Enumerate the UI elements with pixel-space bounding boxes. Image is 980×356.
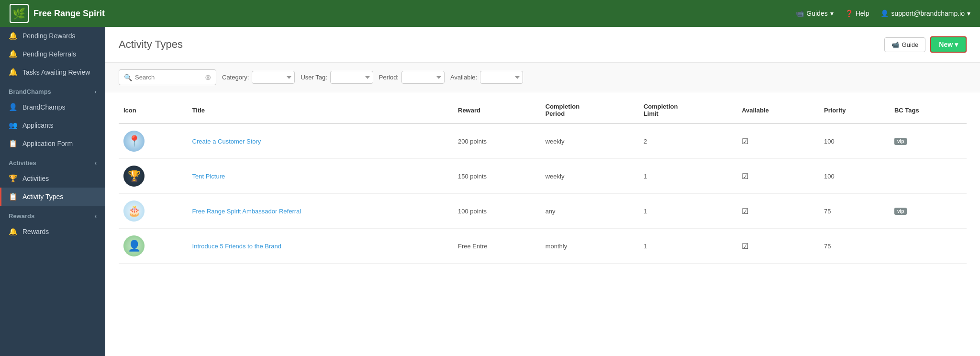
cell-completion-period: monthly [541, 229, 639, 264]
help-link[interactable]: ❓ Help [845, 10, 869, 17]
table-row: 👤 Introduce 5 Friends to the Brand Free … [119, 229, 967, 264]
cell-title: Introduce 5 Friends to the Brand [188, 229, 453, 264]
svg-text:🌿: 🌿 [12, 7, 26, 20]
available-label: Available: [450, 74, 477, 81]
col-reward: Reward [453, 97, 541, 123]
table-body: 📍 Create a Customer Story 200 points wee… [119, 123, 967, 264]
help-icon: ❓ [845, 10, 853, 17]
sidebar-section-activities: 🏆 Activities 📋 Activity Types [0, 169, 105, 206]
cell-title: Free Range Spirit Ambassador Referral [188, 194, 453, 229]
vip-badge: vip [894, 208, 907, 215]
camera-icon-guide: 📹 [891, 41, 899, 48]
sidebar-item-applicants[interactable]: 👥 Applicants [0, 116, 105, 134]
activity-icon-0: 📍 [123, 131, 145, 152]
trophy-icon: 🏆 [9, 174, 18, 183]
top-nav: 🌿 Free Range Spirit 📹 Guides ▾ ❓ Help 👤 … [0, 0, 980, 27]
table-row: 🏆 Tent Picture 150 points weekly 1 ☑ 100 [119, 159, 967, 194]
category-select[interactable] [252, 71, 295, 84]
check-icon: ☑ [742, 137, 748, 145]
cell-reward: 200 points [453, 123, 541, 159]
vip-badge: vip [894, 138, 907, 145]
check-icon: ☑ [742, 172, 748, 180]
period-label: Period: [379, 74, 399, 81]
activity-icon-1: 🏆 [123, 166, 145, 187]
cell-icon: 🏆 [119, 159, 188, 194]
table-header: Icon Title Reward CompletionPeriod Compl… [119, 97, 967, 123]
activity-icon-2: 🎂 [123, 200, 145, 222]
sidebar-section-brandchamps-label: BrandChamps ‹ [0, 81, 105, 98]
title-link-0[interactable]: Create a Customer Story [192, 138, 261, 145]
user-tag-select[interactable] [330, 71, 373, 84]
reward-icon: 🔔 [9, 227, 18, 236]
sidebar-item-application-form[interactable]: 📋 Application Form [0, 134, 105, 153]
title-link-2[interactable]: Free Range Spirit Ambassador Referral [192, 208, 301, 215]
cell-available: ☑ [737, 123, 819, 159]
sidebar-item-rewards[interactable]: 🔔 Rewards [0, 222, 105, 241]
cell-icon: 🎂 [119, 194, 188, 229]
app-logo[interactable]: 🌿 Free Range Spirit [10, 4, 105, 23]
chevron-icon-3: ‹ [95, 212, 97, 220]
page-title: Activity Types [119, 38, 183, 51]
sidebar-item-brandchamps[interactable]: 👤 BrandChamps [0, 98, 105, 116]
cell-available: ☑ [737, 159, 819, 194]
chevron-icon-2: ‹ [95, 159, 97, 167]
sidebar-item-tasks-awaiting-review[interactable]: 🔔 Tasks Awaiting Review [0, 63, 105, 81]
logo-box: 🌿 [10, 4, 29, 23]
user-link[interactable]: 👤 support@brandchamp.io ▾ [880, 10, 970, 17]
filter-category: Category: [222, 71, 295, 84]
bell-icon-2: 🔔 [9, 50, 18, 58]
clear-search-icon[interactable]: ⊗ [205, 73, 211, 82]
sidebar-section-activities-label: Activities ‹ [0, 153, 105, 169]
filter-bar: 🔍 ⊗ Category: User Tag: Period: [105, 63, 980, 92]
cell-bc-tags [890, 229, 967, 264]
available-select[interactable] [480, 71, 523, 84]
app-body: 🔔 Pending Rewards 🔔 Pending Referrals 🔔 … [0, 27, 980, 356]
sidebar-item-activity-types[interactable]: 📋 Activity Types [0, 188, 105, 206]
cell-available: ☑ [737, 229, 819, 264]
cell-icon: 👤 [119, 229, 188, 264]
app-name: Free Range Spirit [33, 9, 105, 19]
title-link-1[interactable]: Tent Picture [192, 173, 225, 180]
chevron-icon: ‹ [95, 88, 97, 95]
cell-priority: 100 [819, 123, 890, 159]
sidebar-section-notifications: 🔔 Pending Rewards 🔔 Pending Referrals 🔔 … [0, 27, 105, 81]
sidebar-item-pending-referrals[interactable]: 🔔 Pending Referrals [0, 45, 105, 63]
header-actions: 📹 Guide New ▾ [884, 36, 967, 53]
period-select[interactable] [401, 71, 445, 84]
category-label: Category: [222, 74, 249, 81]
cell-title: Tent Picture [188, 159, 453, 194]
sidebar-item-pending-rewards[interactable]: 🔔 Pending Rewards [0, 27, 105, 45]
search-icon: 🔍 [124, 74, 132, 81]
search-input[interactable] [135, 74, 202, 81]
new-button[interactable]: New ▾ [930, 36, 967, 53]
check-icon: ☑ [742, 207, 748, 215]
guide-button[interactable]: 📹 Guide [884, 37, 926, 52]
camera-icon: 📹 [796, 10, 804, 17]
chevron-down-icon: ▾ [830, 10, 834, 17]
table-row: 🎂 Free Range Spirit Ambassador Referral … [119, 194, 967, 229]
guides-link[interactable]: 📹 Guides ▾ [796, 10, 833, 17]
sidebar-item-activities[interactable]: 🏆 Activities [0, 169, 105, 188]
cell-bc-tags [890, 159, 967, 194]
filter-user-tag: User Tag: [301, 71, 373, 84]
search-wrapper: 🔍 ⊗ [119, 69, 216, 85]
activity-types-table: Icon Title Reward CompletionPeriod Compl… [119, 97, 967, 264]
sidebar-section-rewards: 🔔 Rewards [0, 222, 105, 241]
sidebar: 🔔 Pending Rewards 🔔 Pending Referrals 🔔 … [0, 27, 105, 356]
cell-bc-tags: vip [890, 123, 967, 159]
sidebar-section-brandchamps: 👤 BrandChamps 👥 Applicants 📋 Application… [0, 98, 105, 153]
title-link-3[interactable]: Introduce 5 Friends to the Brand [192, 243, 281, 250]
cell-priority: 75 [819, 194, 890, 229]
table-container: Icon Title Reward CompletionPeriod Compl… [105, 92, 980, 356]
filter-period: Period: [379, 71, 445, 84]
sidebar-section-rewards-label: Rewards ‹ [0, 206, 105, 222]
filter-available: Available: [450, 71, 523, 84]
cell-completion-limit: 1 [639, 229, 737, 264]
col-icon: Icon [119, 97, 188, 123]
cell-priority: 75 [819, 229, 890, 264]
chevron-down-icon-user: ▾ [967, 10, 970, 17]
cell-reward: Free Entre [453, 229, 541, 264]
col-title: Title [188, 97, 453, 123]
cell-priority: 100 [819, 159, 890, 194]
user-icon-sidebar: 👤 [9, 103, 18, 111]
